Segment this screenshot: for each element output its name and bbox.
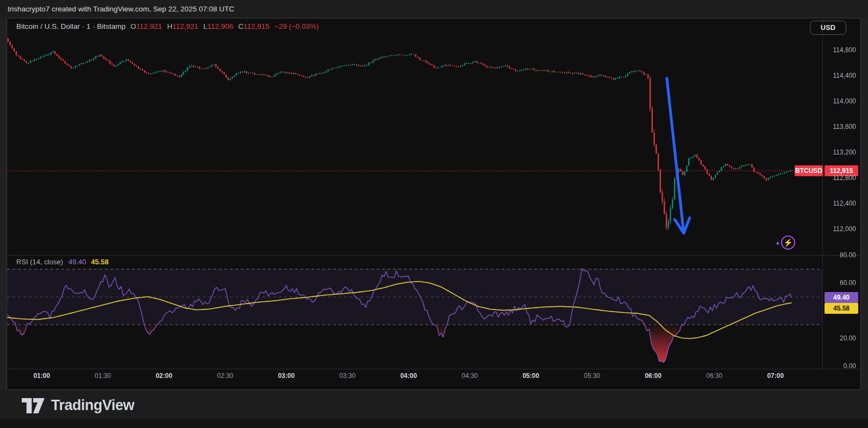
price-axis-label: 112,000: [813, 225, 856, 233]
rsi-value: 49.40: [68, 258, 86, 266]
rsi-axis-label: 20.00: [813, 334, 856, 342]
price-chart-canvas[interactable]: [7, 18, 861, 390]
time-axis-label: 06:30: [701, 372, 728, 380]
ohlc-value: 112,921: [172, 22, 198, 30]
time-axis-label: 05:00: [517, 372, 545, 380]
rsi-value-badge: 49.40: [825, 292, 858, 303]
rsi-axis-label: 60.00: [813, 279, 856, 287]
ohlc-value: 112,915: [243, 22, 270, 30]
time-axis-label: 03:00: [273, 372, 300, 380]
ohlc-values: O112,921H112,921L112,906C112,915: [126, 22, 270, 30]
symbol-legend: Bitcoin / U.S. Dollar · 1 · BitstampO112…: [16, 22, 319, 30]
rsi-legend: RSI (14, close)49.4045.58: [16, 258, 109, 266]
chart-widget: Bitcoin / U.S. Dollar · 1 · BitstampO112…: [7, 18, 861, 390]
price-axis-label: 113,600: [813, 123, 856, 131]
time-axis-label: 04:00: [395, 372, 422, 380]
time-axis-label: 05:30: [578, 372, 605, 380]
change-value: −29 (−0.03%): [274, 22, 319, 30]
price-axis-label: 112,800: [813, 174, 856, 182]
symbol-title: Bitcoin / U.S. Dollar · 1 · Bitstamp: [16, 22, 126, 30]
rsi-axis-label: 0.00: [813, 362, 856, 370]
tradingview-logo-mark: [22, 398, 45, 413]
time-axis-label: 01:30: [89, 372, 116, 380]
rsi-axis-label: 80.00: [813, 251, 856, 259]
time-axis-label: 01:00: [28, 372, 55, 380]
sparkle-icon: ✦: [775, 240, 780, 247]
ohlc-value: 112,921: [136, 22, 163, 30]
time-axis-label: 06:00: [640, 372, 667, 380]
ohlc-label: O: [130, 22, 136, 30]
time-axis-label: 02:30: [211, 372, 239, 380]
rsi-title: RSI (14, close): [16, 258, 63, 266]
time-axis-label: 02:00: [151, 372, 178, 380]
price-axis-label: 112,400: [813, 200, 856, 207]
footer-strip: [0, 419, 868, 428]
ohlc-label: C: [238, 22, 243, 30]
tradingview-brand-text: TradingView: [51, 397, 134, 414]
ohlc-label: H: [167, 22, 172, 30]
price-axis-label: 113,200: [813, 148, 856, 156]
price-axis-label: 114,400: [813, 72, 856, 79]
price-axis-label: 114,800: [813, 46, 856, 54]
lightning-icon[interactable]: ⚡: [781, 235, 795, 250]
rsi-ma-value: 45.58: [91, 258, 109, 266]
rsi-ma-value-badge: 45.58: [825, 303, 858, 314]
attribution-bar: trishacrypto7 created with TradingView.c…: [0, 0, 868, 18]
pane-divider: [7, 255, 861, 256]
time-axis-label: 03:30: [334, 372, 361, 380]
time-axis-label: 04:30: [456, 372, 483, 380]
tradingview-logo[interactable]: TradingView: [22, 397, 134, 414]
ohlc-value: 112,906: [207, 22, 233, 30]
price-axis-label: 114,000: [813, 97, 856, 105]
price-axis[interactable]: [822, 18, 861, 369]
time-axis-label: 07:00: [762, 372, 789, 380]
